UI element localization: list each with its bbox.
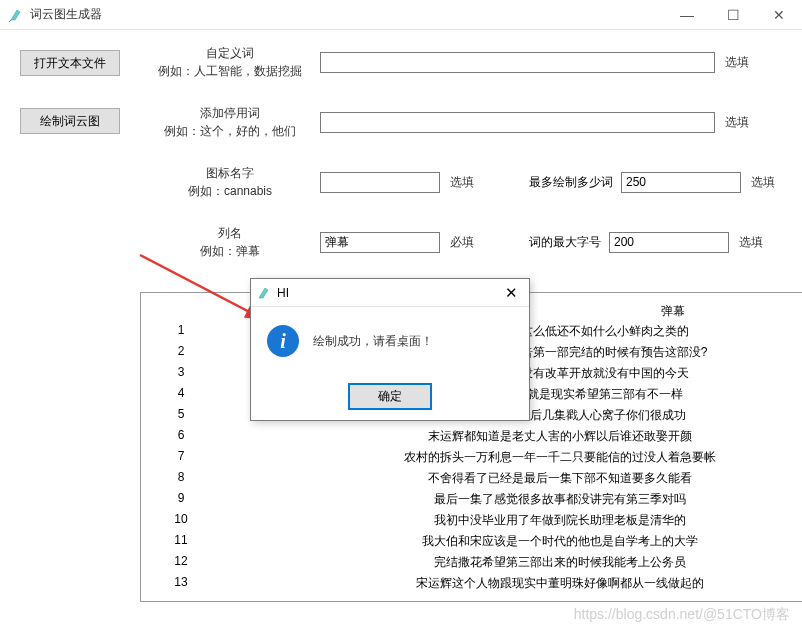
table-row: 13宋运辉这个人物跟现实中董明珠好像啊都从一线做起的: [141, 573, 802, 594]
row-text: 末运辉都知道是老丈人害的小辉以后谁还敢娶开颜: [221, 428, 802, 445]
open-file-button[interactable]: 打开文本文件: [20, 50, 120, 76]
row-number: 7: [141, 449, 221, 466]
table-row: 6末运辉都知道是老丈人害的小辉以后谁还敢娶开颜: [141, 426, 802, 447]
row-number: 2: [141, 344, 221, 361]
row-number: 9: [141, 491, 221, 508]
maximize-button[interactable]: ☐: [710, 0, 756, 30]
row-number: 11: [141, 533, 221, 550]
icon-name-hint: 选填: [450, 174, 474, 191]
row-number: 13: [141, 575, 221, 592]
table-row: 9最后一集了感觉很多故事都没讲完有第三季对吗: [141, 489, 802, 510]
info-icon: i: [267, 325, 299, 357]
dialog-title: HI: [277, 286, 493, 300]
info-dialog: HI ✕ i 绘制成功，请看桌面！ 确定: [250, 278, 530, 421]
row-text: 完结撒花希望第三部出来的时候我能考上公务员: [221, 554, 802, 571]
stop-words-input[interactable]: [320, 112, 715, 133]
group-max-font: 词的最大字号 选填: [529, 232, 763, 253]
group-max-words: 最多绘制多少词 选填: [529, 172, 775, 193]
draw-button[interactable]: 绘制词云图: [20, 108, 120, 134]
max-font-input[interactable]: [609, 232, 729, 253]
dialog-body: i 绘制成功，请看桌面！: [251, 307, 529, 375]
label-icon-name: 图标名字 例如：cannabis: [140, 164, 320, 200]
row-number: 4: [141, 386, 221, 403]
row-text: 最后一集了感觉很多故事都没讲完有第三季对吗: [221, 491, 802, 508]
minimize-button[interactable]: —: [664, 0, 710, 30]
row-number: 12: [141, 554, 221, 571]
label-example: 例如：这个，好的，他们: [140, 122, 320, 140]
row-custom-words: 自定义词 例如：人工智能，数据挖掘 选填: [140, 42, 782, 82]
watermark: https://blog.csdn.net/@51CTO博客: [574, 606, 790, 624]
label-max-words: 最多绘制多少词: [529, 174, 613, 191]
table-row: 8不舍得看了已经是最后一集下部不知道要多久能看: [141, 468, 802, 489]
dialog-message: 绘制成功，请看桌面！: [313, 333, 433, 350]
col-name-hint: 必填: [450, 234, 474, 251]
row-icon-maxwords: 图标名字 例如：cannabis 选填 最多绘制多少词 选填: [140, 162, 782, 202]
label-example: 例如：cannabis: [140, 182, 320, 200]
app-icon: [8, 7, 24, 23]
row-text: 我初中没毕业用了年做到院长助理老板是清华的: [221, 512, 802, 529]
dialog-close-button[interactable]: ✕: [493, 279, 529, 307]
table-row: 10我初中没毕业用了年做到院长助理老板是清华的: [141, 510, 802, 531]
table-header: 弹幕: [661, 303, 685, 320]
label-text: 列名: [140, 224, 320, 242]
max-words-hint: 选填: [751, 174, 775, 191]
svg-line-1: [140, 255, 265, 320]
row-stop-words: 添加停用词 例如：这个，好的，他们 选填: [140, 102, 782, 142]
custom-words-hint: 选填: [725, 54, 749, 71]
table-row: 12完结撒花希望第三部出来的时候我能考上公务员: [141, 552, 802, 573]
dialog-titlebar: HI ✕: [251, 279, 529, 307]
row-number: 5: [141, 407, 221, 424]
stop-words-hint: 选填: [725, 114, 749, 131]
dialog-app-icon: [257, 286, 271, 300]
left-button-panel: 打开文本文件 绘制词云图: [20, 50, 120, 166]
row-number: 3: [141, 365, 221, 382]
label-text: 添加停用词: [140, 104, 320, 122]
label-max-font: 词的最大字号: [529, 234, 601, 251]
window-title: 词云图生成器: [30, 6, 664, 23]
row-text: 我大伯和宋应该是一个时代的他也是自学考上的大学: [221, 533, 802, 550]
dialog-footer: 确定: [251, 375, 529, 420]
icon-name-input[interactable]: [320, 172, 440, 193]
window-controls: — ☐ ✕: [664, 0, 802, 30]
window-titlebar: 词云图生成器 — ☐ ✕: [0, 0, 802, 30]
row-number: 10: [141, 512, 221, 529]
dialog-ok-button[interactable]: 确定: [348, 383, 432, 410]
close-button[interactable]: ✕: [756, 0, 802, 30]
row-number: 6: [141, 428, 221, 445]
label-stop-words: 添加停用词 例如：这个，好的，他们: [140, 104, 320, 140]
label-text: 自定义词: [140, 44, 320, 62]
table-row: 11我大伯和宋应该是一个时代的他也是自学考上的大学: [141, 531, 802, 552]
label-example: 例如：人工智能，数据挖掘: [140, 62, 320, 80]
row-text: 农村的拆头一万利息一年一千二只要能信的过没人着急要帐: [221, 449, 802, 466]
table-row: 7农村的拆头一万利息一年一千二只要能信的过没人着急要帐: [141, 447, 802, 468]
row-text: 宋运辉这个人物跟现实中董明珠好像啊都从一线做起的: [221, 575, 802, 592]
svg-line-0: [9, 20, 11, 22]
row-text: 不舍得看了已经是最后一集下部不知道要多久能看: [221, 470, 802, 487]
col-name-input[interactable]: [320, 232, 440, 253]
label-text: 图标名字: [140, 164, 320, 182]
custom-words-input[interactable]: [320, 52, 715, 73]
row-number: 8: [141, 470, 221, 487]
max-words-input[interactable]: [621, 172, 741, 193]
label-custom-words: 自定义词 例如：人工智能，数据挖掘: [140, 44, 320, 80]
max-font-hint: 选填: [739, 234, 763, 251]
